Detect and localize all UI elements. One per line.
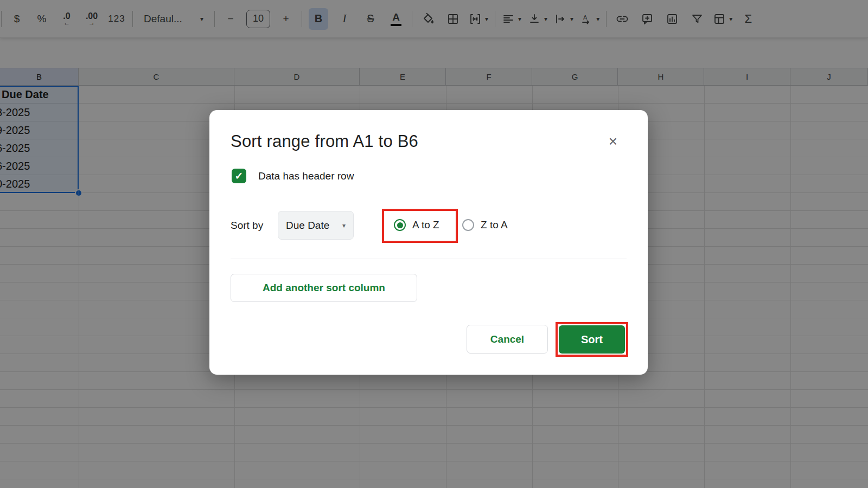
dialog-divider bbox=[231, 259, 627, 259]
radio-a-to-z[interactable]: A to Z bbox=[394, 219, 439, 231]
chevron-down-icon: ▾ bbox=[342, 222, 346, 229]
header-row-checkbox-row[interactable]: ✓ Data has header row bbox=[232, 169, 354, 183]
add-sort-column-button[interactable]: Add another sort column bbox=[231, 274, 417, 302]
radio-unselected-icon[interactable] bbox=[462, 219, 474, 231]
close-button[interactable]: × bbox=[603, 132, 623, 151]
dialog-title: Sort range from A1 to B6 bbox=[231, 132, 418, 151]
sort-column-dropdown[interactable]: Due Date ▾ bbox=[278, 211, 354, 240]
sort-column-value: Due Date bbox=[286, 220, 329, 232]
radio-z-to-a-label: Z to A bbox=[481, 219, 508, 231]
sort-button[interactable]: Sort bbox=[559, 325, 625, 354]
radio-z-to-a[interactable]: Z to A bbox=[462, 219, 508, 231]
cancel-button[interactable]: Cancel bbox=[467, 325, 548, 354]
close-icon: × bbox=[609, 133, 617, 150]
sort-by-label: Sort by bbox=[231, 220, 263, 232]
radio-a-to-z-label: A to Z bbox=[412, 219, 439, 231]
sort-range-dialog: Sort range from A1 to B6 × ✓ Data has he… bbox=[209, 110, 648, 375]
checkbox-label: Data has header row bbox=[258, 170, 354, 182]
checkbox-checked-icon[interactable]: ✓ bbox=[232, 169, 246, 183]
radio-selected-icon[interactable] bbox=[394, 219, 406, 231]
